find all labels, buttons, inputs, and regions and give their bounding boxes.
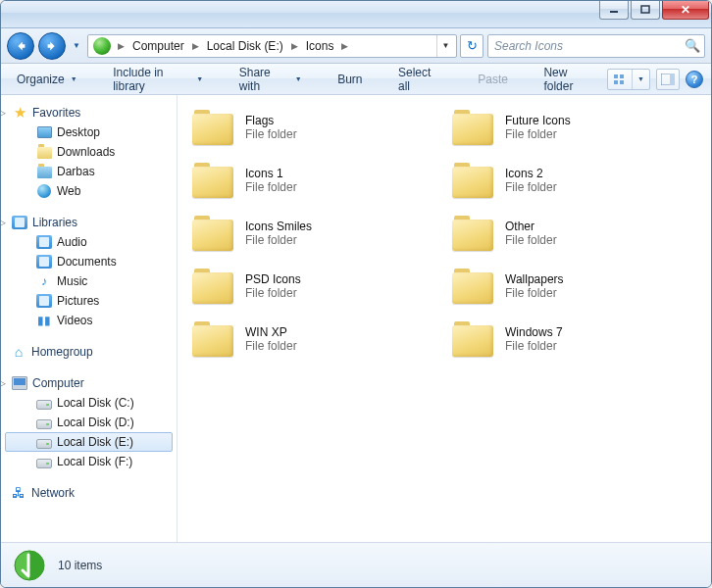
new-folder-button[interactable]: New folder (535, 62, 603, 97)
organize-button[interactable]: Organize▼ (9, 69, 85, 90)
drive-icon (36, 459, 52, 468)
sidebar-item-pictures[interactable]: Pictures (5, 291, 173, 311)
drive-icon (36, 439, 52, 449)
file-name: Future Icons (505, 114, 571, 127)
collapse-icon[interactable]: ▷ (1, 378, 7, 388)
file-item[interactable]: Icons Smiles File folder (187, 211, 437, 256)
folder-icon (190, 161, 235, 200)
folder-icon (450, 214, 495, 253)
recent-pages-dropdown[interactable]: ▼ (70, 36, 83, 56)
sidebar-item-desktop[interactable]: Desktop (5, 122, 173, 142)
refresh-button[interactable]: ↻ (460, 34, 483, 58)
preview-pane-button[interactable] (656, 69, 680, 90)
folder-icon (190, 214, 235, 253)
sidebar-network[interactable]: 🖧Network (5, 483, 173, 503)
library-icon (36, 255, 52, 269)
libraries-icon (12, 216, 27, 229)
titlebar[interactable]: ✕ (1, 1, 711, 28)
network-icon: 🖧 (11, 485, 26, 501)
close-button[interactable]: ✕ (662, 0, 709, 20)
file-item[interactable]: WIN XP File folder (187, 317, 437, 362)
back-button[interactable] (7, 32, 34, 60)
file-item[interactable]: Other File folder (447, 211, 697, 256)
file-name: Flags (245, 114, 297, 127)
folder-icon (190, 319, 235, 359)
chevron-right-icon[interactable]: ▶ (114, 35, 128, 57)
library-icon (36, 235, 52, 249)
maximize-button[interactable] (631, 0, 660, 20)
location-large-icon (13, 549, 46, 582)
file-list[interactable]: Flags File folder Future Icons File fold… (178, 95, 711, 542)
address-history-dropdown[interactable]: ▼ (436, 35, 454, 57)
sidebar-item-drive-c[interactable]: Local Disk (C:) (5, 393, 173, 413)
view-icon (608, 70, 633, 89)
sidebar-item-drive-d[interactable]: Local Disk (D:) (5, 413, 173, 432)
sidebar-item-downloads[interactable]: Downloads (5, 142, 173, 162)
drive-icon (36, 419, 52, 429)
svg-rect-5 (620, 80, 624, 84)
svg-rect-7 (670, 74, 675, 85)
address-bar[interactable]: ▶ Computer ▶ Local Disk (E:) ▶ Icons ▶ ▼ (87, 34, 457, 58)
view-dropdown-icon[interactable]: ▼ (633, 70, 649, 89)
select-all-button[interactable]: Select all (390, 62, 450, 97)
sidebar-item-audio[interactable]: Audio (5, 232, 173, 252)
chevron-right-icon[interactable]: ▶ (188, 35, 203, 57)
chevron-right-icon[interactable]: ▶ (287, 35, 302, 57)
search-box[interactable]: 🔍 (487, 34, 705, 58)
file-item[interactable]: Icons 1 File folder (187, 158, 437, 203)
file-item[interactable]: Icons 2 File folder (447, 158, 697, 203)
library-icon (36, 294, 52, 308)
sidebar-computer-header[interactable]: ▷Computer (5, 373, 173, 393)
sidebar-libraries-header[interactable]: ▷Libraries (5, 213, 173, 232)
navigation-bar: ▼ ▶ Computer ▶ Local Disk (E:) ▶ Icons ▶… (1, 28, 711, 64)
file-name: Icons 2 (505, 167, 557, 180)
folder-icon (37, 147, 52, 159)
file-type: File folder (505, 127, 571, 141)
file-item[interactable]: Future Icons File folder (447, 105, 697, 150)
chevron-right-icon[interactable]: ▶ (337, 35, 352, 57)
homegroup-icon: ⌂ (11, 344, 26, 360)
burn-button[interactable]: Burn (330, 69, 370, 90)
sidebar-homegroup[interactable]: ⌂Homegroup (5, 342, 173, 362)
forward-button[interactable] (38, 32, 66, 60)
file-name: Windows 7 (505, 325, 563, 339)
file-type: File folder (245, 286, 301, 300)
sidebar-item-drive-f[interactable]: Local Disk (F:) (5, 452, 173, 471)
sidebar-item-music[interactable]: ♪Music (5, 271, 173, 291)
breadcrumb-segment[interactable]: Computer (128, 35, 188, 57)
desktop-icon (37, 126, 52, 138)
sidebar-item-drive-e[interactable]: Local Disk (E:) (5, 432, 173, 452)
file-item[interactable]: Wallpapers File folder (447, 264, 697, 309)
file-name: WIN XP (245, 325, 297, 339)
folder-icon (450, 267, 495, 306)
file-name: Other (505, 220, 557, 233)
search-icon[interactable]: 🔍 (685, 38, 700, 53)
sidebar-item-videos[interactable]: ▮▮Videos (5, 311, 173, 330)
file-type: File folder (245, 127, 297, 141)
file-type: File folder (505, 180, 557, 194)
file-item[interactable]: Flags File folder (187, 105, 437, 150)
collapse-icon[interactable]: ▷ (1, 108, 7, 118)
video-icon: ▮▮ (36, 313, 52, 328)
include-in-library-button[interactable]: Include in library▼ (105, 62, 211, 97)
file-name: PSD Icons (245, 272, 301, 286)
sidebar-favorites-header[interactable]: ▷★Favorites (5, 103, 173, 122)
item-count-label: 10 items (58, 559, 102, 572)
sidebar-item-documents[interactable]: Documents (5, 252, 173, 271)
share-with-button[interactable]: Share with▼ (231, 62, 310, 97)
sidebar-item-darbas[interactable]: Darbas (5, 162, 173, 181)
view-options-button[interactable]: ▼ (607, 69, 650, 90)
help-button[interactable]: ? (686, 71, 703, 88)
search-input[interactable] (492, 38, 685, 54)
collapse-icon[interactable]: ▷ (1, 218, 7, 227)
music-icon: ♪ (36, 273, 52, 289)
file-item[interactable]: Windows 7 File folder (447, 317, 697, 362)
navigation-pane[interactable]: ▷★Favorites Desktop Downloads Darbas Web… (1, 95, 178, 542)
file-item[interactable]: PSD Icons File folder (187, 264, 437, 309)
breadcrumb-segment[interactable]: Icons (302, 35, 338, 57)
sidebar-item-web[interactable]: Web (5, 181, 173, 201)
breadcrumb-segment[interactable]: Local Disk (E:) (203, 35, 287, 57)
minimize-button[interactable] (599, 0, 629, 20)
folder-icon (190, 108, 235, 147)
location-icon (93, 37, 111, 55)
